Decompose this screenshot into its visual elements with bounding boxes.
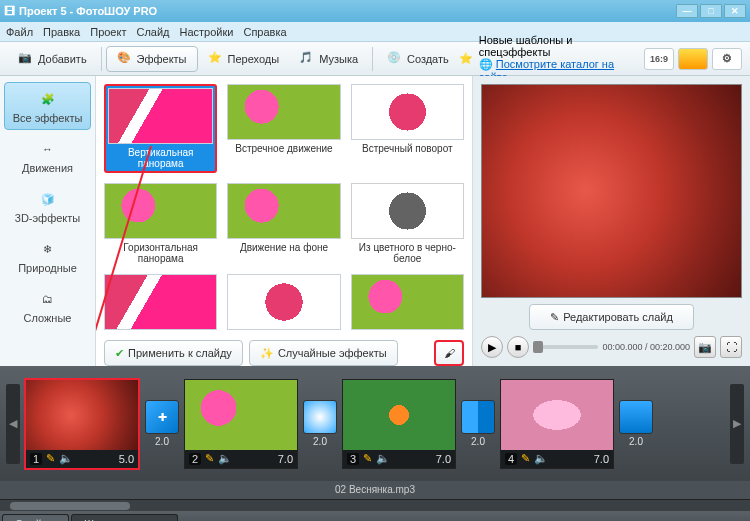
effect-item[interactable]: Встречный поворот [351,84,464,173]
timecode: 00:00.000 / 00:20.000 [602,342,690,352]
app-icon: 🎞 [4,5,15,17]
transition-item[interactable]: 2.0 [302,400,338,447]
transition-item[interactable]: 2.0 [460,400,496,447]
motion-icon: ↔ [37,138,59,160]
minimize-button[interactable]: — [676,4,698,18]
window-title: Проект 5 - ФотоШОУ PRO [19,5,157,17]
effects-sidebar: 🧩Все эффекты ↔Движения 🧊3D-эффекты ❄Прир… [0,76,96,366]
audio-track[interactable]: 02 Веснянка.mp3 [0,481,750,499]
create-button[interactable]: 💿Создать [377,47,459,71]
wand-icon: ✨ [260,347,274,360]
snapshot-button[interactable]: 📷 [694,336,716,358]
effect-item[interactable]: Вертикальная панорама [104,84,217,173]
menu-help[interactable]: Справка [243,26,286,38]
promo-line1: Новые шаблоны и спецэффекты [479,34,634,58]
sidebar-item-complex[interactable]: 🗂Сложные [4,282,91,330]
apply-button[interactable]: ✔Применить к слайду [104,340,243,366]
close-button[interactable]: ✕ [724,4,746,18]
timeline-slide[interactable]: 2✎🔈7.0 [184,379,298,469]
transition-item[interactable]: ✚2.0 [144,400,180,447]
camera-icon: 📷 [698,341,712,354]
aspect-button[interactable]: 16:9 [644,48,674,70]
effect-item[interactable]: Встречное движение [227,84,340,173]
fullscreen-button[interactable]: ⛶ [720,336,742,358]
effect-item[interactable]: Горизонтальная панорама [104,183,217,264]
cube-icon: 🧊 [37,188,59,210]
timeline: ◀ 1✎🔈5.0 ✚2.0 2✎🔈7.0 2.0 3✎🔈7.0 2.0 4✎🔈7… [0,366,750,481]
transition-item[interactable]: 2.0 [618,400,654,447]
preview-image [481,84,742,298]
star-icon: ⭐ [208,51,224,67]
maximize-button[interactable]: □ [700,4,722,18]
display-button[interactable] [678,48,708,70]
edit-slide-button[interactable]: ✎Редактировать слайд [529,304,694,330]
menu-edit[interactable]: Правка [43,26,80,38]
plus-icon: ✚ [158,411,167,424]
effect-item[interactable]: Из цветного в черно-белое [351,183,464,264]
add-button[interactable]: 📷Добавить [8,47,97,71]
check-icon: ✔ [115,347,124,360]
effects-tab[interactable]: 🎨Эффекты [106,46,198,72]
timeline-prev[interactable]: ◀ [6,384,20,464]
disc-icon: 💿 [387,51,403,67]
sidebar-item-motion[interactable]: ↔Движения [4,132,91,180]
sidebar-item-3d[interactable]: 🧊3D-эффекты [4,182,91,230]
gear-icon: ⚙ [722,52,732,65]
puzzle-icon: 🧩 [37,88,59,110]
sidebar-item-all[interactable]: 🧩Все эффекты [4,82,91,130]
timeline-slide[interactable]: 1✎🔈5.0 [24,378,140,470]
timeline-slide[interactable]: 3✎🔈7.0 [342,379,456,469]
layers-icon: 🗂 [37,288,59,310]
bottom-tabs: Слайды Шкала времени [0,511,750,521]
menu-project[interactable]: Проект [90,26,126,38]
effect-item[interactable] [351,274,464,330]
camera-icon: 📷 [18,51,34,67]
tab-timeline[interactable]: Шкала времени [71,514,178,521]
timeline-next[interactable]: ▶ [730,384,744,464]
menu-file[interactable]: Файл [6,26,33,38]
music-icon: 🎵 [299,51,315,67]
seek-slider[interactable] [533,345,598,349]
snowflake-icon: ❄ [37,238,59,260]
tab-slides[interactable]: Слайды [2,514,69,521]
effect-item[interactable] [227,274,340,330]
brush-button[interactable]: 🖌 [434,340,464,366]
random-button[interactable]: ✨Случайные эффекты [249,340,398,366]
stop-button[interactable]: ■ [507,336,529,358]
pencil-icon: ✎ [550,311,559,324]
music-tab[interactable]: 🎵Музыка [289,47,368,71]
effects-panel: Вертикальная панорама Встречное движение… [96,76,472,366]
palette-icon: 🎨 [117,51,133,67]
toolbar: 📷Добавить 🎨Эффекты ⭐Переходы 🎵Музыка 💿Со… [0,42,750,76]
expand-icon: ⛶ [726,341,737,353]
play-button[interactable]: ▶ [481,336,503,358]
settings-button[interactable]: ⚙ [712,48,742,70]
timeline-slide[interactable]: 4✎🔈7.0 [500,379,614,469]
effect-item[interactable]: Движение на фоне [227,183,340,264]
star-icon: ⭐ [459,52,473,65]
effect-item[interactable] [104,274,217,330]
preview-panel: ✎Редактировать слайд ▶ ■ 00:00.000 / 00:… [472,76,750,366]
globe-icon: 🌐 [479,58,493,70]
timeline-scrollbar[interactable] [0,499,750,511]
pencil-icon[interactable]: ✎ [46,452,55,465]
sidebar-item-nature[interactable]: ❄Природные [4,232,91,280]
menu-slide[interactable]: Слайд [136,26,169,38]
sound-icon[interactable]: 🔈 [59,452,73,465]
brush-icon: 🖌 [444,347,455,359]
titlebar: 🎞 Проект 5 - ФотоШОУ PRO — □ ✕ [0,0,750,22]
menu-settings[interactable]: Настройки [180,26,234,38]
transitions-tab[interactable]: ⭐Переходы [198,47,290,71]
menubar: Файл Правка Проект Слайд Настройки Справ… [0,22,750,42]
